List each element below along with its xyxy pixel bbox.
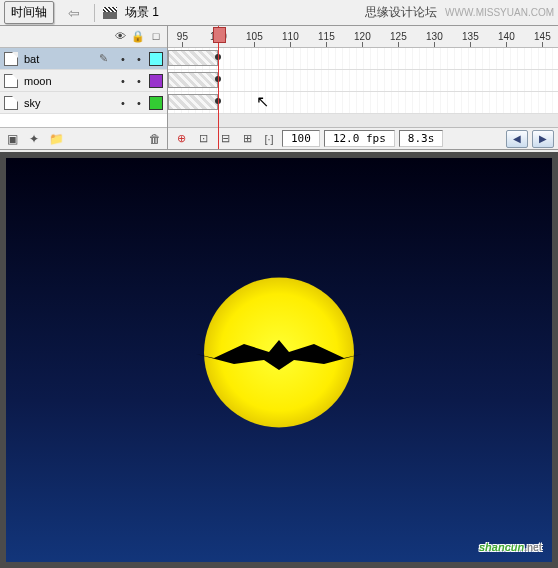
visibility-header-icon[interactable]: 👁 bbox=[113, 30, 127, 44]
back-arrow-icon[interactable]: ⇦ bbox=[62, 5, 86, 21]
ruler-tick: 145 bbox=[527, 26, 557, 47]
new-layer-icon[interactable]: ▣ bbox=[4, 131, 20, 147]
outline-header-icon[interactable]: □ bbox=[149, 30, 163, 44]
scroll-right-button[interactable]: ▶ bbox=[532, 130, 554, 148]
ruler-tick: 140 bbox=[491, 26, 521, 47]
layer-color-swatch[interactable] bbox=[149, 96, 163, 110]
new-folder-icon[interactable]: 📁 bbox=[48, 131, 64, 147]
ruler-tick: 95 bbox=[168, 26, 197, 47]
layer-row[interactable]: bat✎•• bbox=[0, 48, 167, 70]
timeline-track[interactable] bbox=[168, 48, 558, 70]
ruler-tick: 115 bbox=[311, 26, 341, 47]
lock-dot[interactable]: • bbox=[133, 53, 145, 65]
frame-span[interactable] bbox=[168, 72, 218, 88]
scene-icon bbox=[103, 7, 117, 19]
layer-name[interactable]: moon bbox=[22, 75, 95, 87]
scroll-left-button[interactable]: ◀ bbox=[506, 130, 528, 148]
divider bbox=[94, 4, 95, 22]
stage-container: shancun.net bbox=[0, 152, 558, 568]
new-motion-guide-icon[interactable]: ✦ bbox=[26, 131, 42, 147]
ruler-tick: 130 bbox=[419, 26, 449, 47]
ruler-tick: 120 bbox=[347, 26, 377, 47]
watermark: shancun.net bbox=[479, 535, 542, 556]
layer-name[interactable]: sky bbox=[22, 97, 95, 109]
layer-name[interactable]: bat bbox=[22, 53, 95, 65]
layer-type-icon bbox=[4, 74, 18, 88]
playhead[interactable] bbox=[218, 26, 219, 149]
frame-rate: 12.0 fps bbox=[324, 130, 395, 147]
ruler-tick: 110 bbox=[275, 26, 305, 47]
layer-row[interactable]: moon•• bbox=[0, 70, 167, 92]
site-name: 思缘设计论坛 bbox=[365, 4, 437, 21]
visibility-dot[interactable]: • bbox=[117, 97, 129, 109]
frame-span[interactable] bbox=[168, 50, 218, 66]
lock-header-icon[interactable]: 🔒 bbox=[131, 30, 145, 44]
site-url: WWW.MISSYUAN.COM bbox=[445, 7, 554, 18]
ruler-tick: 105 bbox=[239, 26, 269, 47]
center-frame-icon[interactable]: ⊕ bbox=[172, 131, 190, 147]
layer-color-swatch[interactable] bbox=[149, 74, 163, 88]
lock-dot[interactable]: • bbox=[133, 97, 145, 109]
timeline-track[interactable] bbox=[168, 70, 558, 92]
layer-row[interactable]: sky•• bbox=[0, 92, 167, 114]
timeline-panel: 95100105110115120125130135140145 ⊕ ⊡ ⊟ ⊞… bbox=[168, 26, 558, 149]
stage[interactable]: shancun.net bbox=[6, 158, 552, 562]
delete-layer-icon[interactable]: 🗑 bbox=[147, 131, 163, 147]
layer-type-icon bbox=[4, 96, 18, 110]
modify-onion-markers-icon[interactable]: [·] bbox=[260, 131, 278, 147]
timeline-ruler[interactable]: 95100105110115120125130135140145 bbox=[168, 26, 558, 48]
layer-type-icon bbox=[4, 52, 18, 66]
onion-skin-icon[interactable]: ⊡ bbox=[194, 131, 212, 147]
visibility-dot[interactable]: • bbox=[117, 53, 129, 65]
visibility-dot[interactable]: • bbox=[117, 75, 129, 87]
scene-label: 场景 1 bbox=[125, 4, 159, 21]
edit-multiple-frames-icon[interactable]: ⊞ bbox=[238, 131, 256, 147]
timeline-button[interactable]: 时间轴 bbox=[4, 1, 54, 24]
timeline-track[interactable] bbox=[168, 92, 558, 114]
edit-icon: ✎ bbox=[99, 52, 113, 65]
layers-panel: 👁 🔒 □ bat✎••moon••sky•• ▣ ✦ 📁 🗑 bbox=[0, 26, 168, 149]
layer-color-swatch[interactable] bbox=[149, 52, 163, 66]
bat-shape[interactable] bbox=[194, 330, 364, 380]
ruler-tick: 125 bbox=[383, 26, 413, 47]
lock-dot[interactable]: • bbox=[133, 75, 145, 87]
current-frame: 100 bbox=[282, 130, 320, 147]
elapsed-time: 8.3s bbox=[399, 130, 444, 147]
ruler-tick: 135 bbox=[455, 26, 485, 47]
frame-span[interactable] bbox=[168, 94, 218, 110]
